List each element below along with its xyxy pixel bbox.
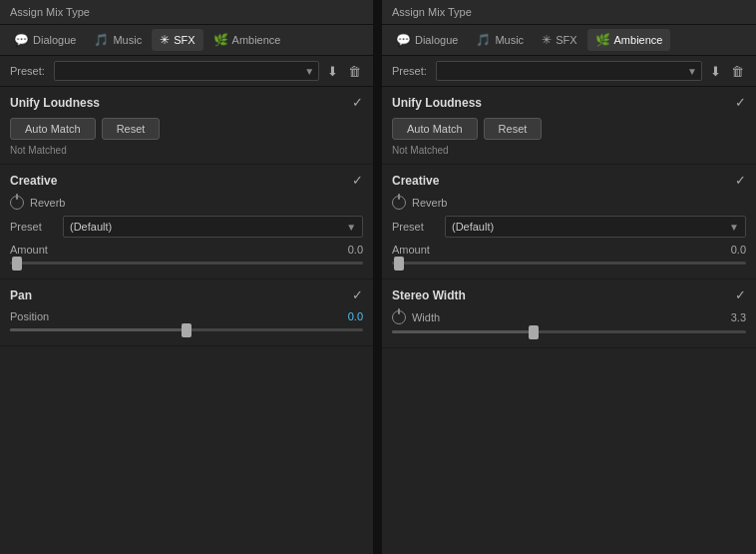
right-stereo-width-check: ✓ bbox=[735, 287, 746, 302]
right-amount-slider-thumb[interactable] bbox=[394, 257, 404, 271]
right-creative-section: Creative ✓ Reverb Preset (Default) ▼ Amo… bbox=[382, 165, 756, 279]
left-preset-dropdown[interactable]: ▼ bbox=[54, 61, 319, 81]
left-creative-preset-label: Preset bbox=[10, 221, 55, 233]
right-creative-check: ✓ bbox=[735, 173, 746, 188]
right-unify-section: Unify Loudness ✓ Auto Match Reset Not Ma… bbox=[382, 87, 756, 165]
right-width-label: Width bbox=[412, 311, 457, 323]
ambience-icon: 🌿 bbox=[213, 33, 228, 47]
sfx-icon: ✳ bbox=[160, 33, 170, 47]
left-creative-preset-value: (Default) bbox=[70, 221, 346, 233]
left-reverb-row: Reverb bbox=[10, 196, 363, 210]
right-width-slider-container bbox=[392, 328, 746, 339]
right-width-slider-track[interactable] bbox=[392, 330, 746, 333]
right-unify-header: Unify Loudness ✓ bbox=[392, 95, 746, 110]
left-amount-value: 0.0 bbox=[333, 244, 363, 256]
dialogue-icon: 💬 bbox=[14, 33, 29, 47]
right-width-value: 3.3 bbox=[731, 311, 746, 323]
left-tab-ambience[interactable]: 🌿 Ambience bbox=[205, 29, 289, 51]
left-creative-preset-arrow: ▼ bbox=[346, 222, 356, 233]
left-pan-title: Pan bbox=[10, 288, 32, 302]
right-creative-preset-row: Preset (Default) ▼ bbox=[392, 216, 746, 238]
right-stereo-width-header: Stereo Width ✓ bbox=[392, 287, 746, 302]
right-unify-check: ✓ bbox=[735, 95, 746, 110]
left-creative-header: Creative ✓ bbox=[10, 173, 363, 188]
left-creative-check: ✓ bbox=[352, 173, 363, 188]
left-amount-row: Amount 0.0 bbox=[10, 244, 363, 256]
right-width-slider-thumb[interactable] bbox=[529, 325, 539, 339]
right-unify-title: Unify Loudness bbox=[392, 96, 482, 110]
left-panel: Assign Mix Type 💬 Dialogue 🎵 Music ✳ SFX… bbox=[0, 0, 374, 554]
right-width-slider-fill bbox=[392, 330, 534, 333]
right-amount-slider-container bbox=[392, 260, 746, 271]
left-amount-slider-track[interactable] bbox=[10, 262, 363, 265]
left-auto-match-btn[interactable]: Auto Match bbox=[10, 118, 96, 140]
left-unify-check: ✓ bbox=[352, 95, 363, 110]
left-panel-header: Assign Mix Type bbox=[0, 0, 373, 25]
left-preset-row: Preset: ▼ ⬇ 🗑 bbox=[0, 56, 373, 87]
left-tab-dialogue-label: Dialogue bbox=[33, 34, 76, 46]
left-creative-preset-select[interactable]: (Default) ▼ bbox=[63, 216, 363, 238]
right-amount-value: 0.0 bbox=[716, 244, 746, 256]
left-unify-title: Unify Loudness bbox=[10, 96, 100, 110]
right-sfx-icon: ✳ bbox=[542, 33, 552, 47]
right-dialogue-icon: 💬 bbox=[396, 33, 411, 47]
left-creative-section: Creative ✓ Reverb Preset (Default) ▼ Amo… bbox=[0, 165, 373, 279]
left-position-label: Position bbox=[10, 310, 55, 322]
right-tab-ambience[interactable]: 🌿 Ambience bbox=[587, 29, 671, 51]
right-creative-preset-arrow: ▼ bbox=[729, 222, 739, 233]
left-amount-slider-container bbox=[10, 260, 363, 271]
right-preset-download-btn[interactable]: ⬇ bbox=[708, 62, 723, 81]
left-pan-slider-track[interactable] bbox=[10, 328, 363, 331]
left-preset-trash-btn[interactable]: 🗑 bbox=[346, 62, 363, 81]
left-position-value: 0.0 bbox=[348, 310, 363, 322]
right-reverb-power-icon[interactable] bbox=[392, 196, 406, 210]
left-unify-btn-row: Auto Match Reset bbox=[10, 118, 363, 140]
left-tab-music-label: Music bbox=[113, 34, 142, 46]
right-stereo-width-title: Stereo Width bbox=[392, 288, 466, 302]
left-tab-ambience-label: Ambience bbox=[232, 34, 281, 46]
right-tab-music-label: Music bbox=[495, 34, 524, 46]
right-panel-header: Assign Mix Type bbox=[382, 0, 756, 25]
left-reverb-label: Reverb bbox=[30, 197, 65, 209]
right-tab-sfx-label: SFX bbox=[556, 34, 576, 46]
right-width-power-icon[interactable] bbox=[392, 310, 406, 324]
panel-divider bbox=[374, 0, 382, 554]
left-amount-slider-thumb[interactable] bbox=[12, 257, 22, 271]
right-amount-slider-track[interactable] bbox=[392, 262, 746, 265]
right-not-matched-status: Not Matched bbox=[392, 145, 746, 156]
left-tab-music[interactable]: 🎵 Music bbox=[86, 29, 150, 51]
right-tab-sfx[interactable]: ✳ SFX bbox=[534, 29, 584, 51]
right-tab-music[interactable]: 🎵 Music bbox=[468, 29, 532, 51]
left-preset-label: Preset: bbox=[10, 65, 48, 77]
left-pan-slider-thumb[interactable] bbox=[182, 323, 191, 337]
left-reset-btn[interactable]: Reset bbox=[102, 118, 161, 140]
left-tab-sfx[interactable]: ✳ SFX bbox=[152, 29, 202, 51]
music-icon: 🎵 bbox=[94, 33, 109, 47]
left-reverb-power-icon[interactable] bbox=[10, 196, 24, 210]
left-pan-section: Pan ✓ Position 0.0 bbox=[0, 279, 373, 346]
right-music-icon: 🎵 bbox=[476, 33, 491, 47]
right-reset-btn[interactable]: Reset bbox=[484, 118, 543, 140]
right-creative-preset-select[interactable]: (Default) ▼ bbox=[445, 216, 746, 238]
right-width-row: Width 3.3 bbox=[392, 310, 746, 324]
right-auto-match-btn[interactable]: Auto Match bbox=[392, 118, 478, 140]
right-tabs-row: 💬 Dialogue 🎵 Music ✳ SFX 🌿 Ambience bbox=[382, 25, 756, 56]
left-not-matched-status: Not Matched bbox=[10, 145, 363, 156]
right-amount-label: Amount bbox=[392, 244, 437, 256]
left-tab-dialogue[interactable]: 💬 Dialogue bbox=[6, 29, 84, 51]
left-pan-check: ✓ bbox=[352, 287, 363, 302]
right-preset-trash-btn[interactable]: 🗑 bbox=[729, 62, 746, 81]
left-pan-slider-fill bbox=[10, 328, 187, 331]
left-preset-download-btn[interactable]: ⬇ bbox=[325, 62, 340, 81]
right-tab-dialogue-label: Dialogue bbox=[415, 34, 458, 46]
right-creative-preset-label: Preset bbox=[392, 221, 437, 233]
left-creative-title: Creative bbox=[10, 174, 57, 188]
right-creative-header: Creative ✓ bbox=[392, 173, 746, 188]
right-panel-title: Assign Mix Type bbox=[392, 6, 472, 18]
left-position-row: Position 0.0 bbox=[10, 310, 363, 322]
right-tab-dialogue[interactable]: 💬 Dialogue bbox=[388, 29, 466, 51]
left-unify-section: Unify Loudness ✓ Auto Match Reset Not Ma… bbox=[0, 87, 373, 165]
right-preset-dropdown[interactable]: ▼ bbox=[436, 61, 702, 81]
right-reverb-row: Reverb bbox=[392, 196, 746, 210]
right-amount-row: Amount 0.0 bbox=[392, 244, 746, 256]
